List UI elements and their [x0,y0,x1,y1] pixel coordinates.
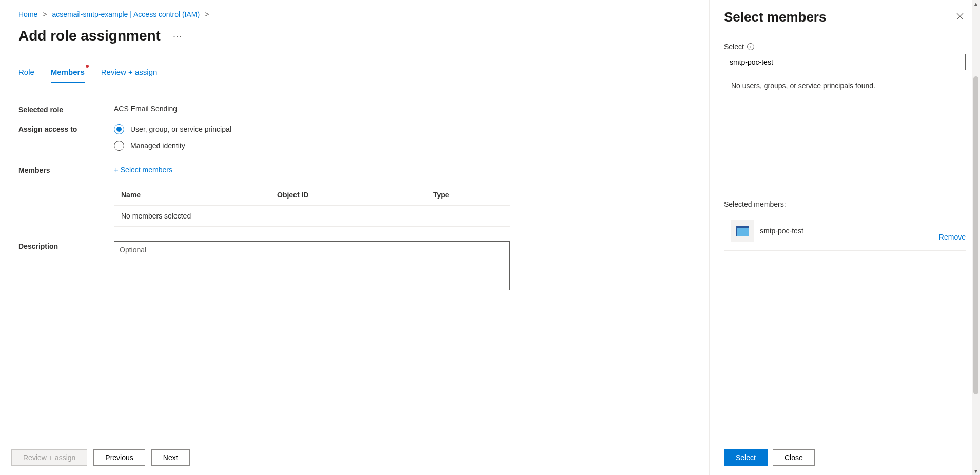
tab-review-assign[interactable]: Review + assign [101,68,158,83]
next-button[interactable]: Next [151,449,190,466]
breadcrumb-resource[interactable]: acsemail-smtp-example | Access control (… [52,10,200,18]
select-members-link-label: Select members [121,166,172,174]
close-button[interactable]: Close [773,449,815,466]
review-assign-button[interactable]: Review + assign [11,449,87,466]
tabs: Role Members Review + assign [18,68,510,83]
radio-user-group-label: User, group, or service principal [130,125,231,133]
chevron-right-icon: > [205,10,209,18]
description-label: Description [18,241,114,250]
breadcrumb-home[interactable]: Home [18,10,37,18]
selected-member-row: smtp-poc-test Remove [724,220,966,251]
select-button[interactable]: Select [724,449,768,466]
col-type: Type [433,191,503,199]
radio-managed-identity[interactable]: Managed identity [114,141,510,151]
col-object-id: Object ID [277,191,433,199]
select-members-link[interactable]: + Select members [114,165,172,174]
dot-indicator-icon [86,65,89,68]
plus-icon: + [114,165,119,174]
radio-checked-icon [114,124,124,134]
page-title: Add role assignment [18,28,161,44]
ellipsis-icon[interactable]: ··· [173,31,182,42]
scroll-thumb[interactable] [973,76,978,394]
radio-unchecked-icon [114,141,124,151]
select-members-panel: Select members Select i No users, groups… [709,0,980,475]
previous-button[interactable]: Previous [93,449,145,466]
members-label: Members [18,165,114,174]
tab-members[interactable]: Members [51,68,85,83]
assign-access-label: Assign access to [18,124,114,133]
close-icon[interactable] [954,11,966,24]
scroll-up-icon[interactable]: ▲ [973,0,978,8]
select-search-input[interactable] [724,54,966,70]
radio-user-group[interactable]: User, group, or service principal [114,124,510,134]
divider [724,97,966,97]
panel-title: Select members [724,9,826,25]
selected-role-value: ACS Email Sending [114,105,510,113]
select-input-label: Select [724,43,744,51]
radio-managed-identity-label: Managed identity [130,142,185,150]
scroll-down-icon[interactable]: ▼ [973,467,978,475]
scrollbar[interactable]: ▲ ▼ [972,0,980,475]
no-members-text: No members selected [121,212,277,220]
remove-member-link[interactable]: Remove [939,233,966,242]
tab-members-label: Members [51,68,85,76]
col-name: Name [121,191,277,199]
selected-members-label: Selected members: [724,200,966,208]
description-textarea[interactable] [114,241,510,290]
info-icon[interactable]: i [747,43,754,50]
breadcrumb: Home > acsemail-smtp-example | Access co… [18,10,510,18]
main-footer: Review + assign Previous Next [0,440,528,475]
tab-role[interactable]: Role [18,68,34,83]
selected-role-label: Selected role [18,105,114,114]
app-registration-icon [731,220,754,242]
chevron-right-icon: > [43,10,47,18]
table-row-empty: No members selected [114,206,510,227]
no-results-text: No users, groups, or service principals … [724,82,966,90]
members-table: Name Object ID Type No members selected [114,185,510,227]
selected-member-name: smtp-poc-test [760,227,933,235]
panel-footer: Select Close [710,440,980,475]
